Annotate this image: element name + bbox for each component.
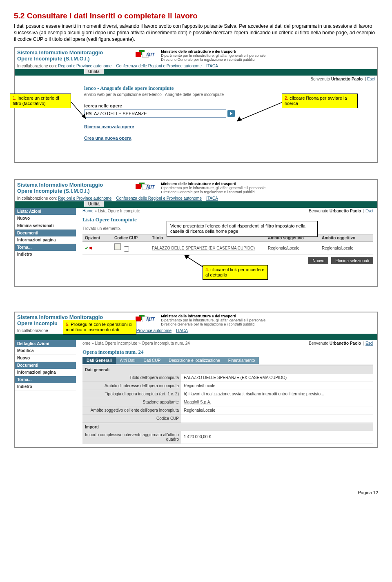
breadcrumb: ome » Lista Opere Incompiute » Opera inc… <box>82 341 190 346</box>
sidebar-item-indietro[interactable]: Indietro <box>15 251 76 258</box>
sidebar-header-actions: Dettaglio: Azioni <box>15 340 76 347</box>
tab-finanziamento[interactable]: Finanziamento <box>224 357 259 364</box>
logout-link[interactable]: Esci <box>365 209 373 213</box>
tab-descrizione[interactable]: Descrizione e localizzazione <box>165 357 224 364</box>
mit-logo-icon: MIT <box>136 314 158 325</box>
mit-logo-icon: MIT <box>136 49 158 60</box>
row-sogg: Regionale/Locale <box>265 241 319 254</box>
section-dati-generali: Dati generali <box>82 366 373 374</box>
collab-link-conferenza[interactable]: Conferenza delle Regioni e Province auto… <box>116 196 202 201</box>
prop-value <box>181 414 373 422</box>
app-title-line2: Opere Incompiute (S.I.M.O.I.) <box>17 188 103 194</box>
row-ogg: Regionale/Locale <box>319 241 373 254</box>
search-input[interactable] <box>84 109 226 118</box>
navbar <box>15 334 377 340</box>
prop-value-link[interactable]: Maggioli S.p.A. <box>184 400 211 404</box>
delete-icon[interactable]: ✖ <box>89 246 92 250</box>
prop-label: Importo complessivo intervento aggiornat… <box>82 431 181 444</box>
collab-link-regioni[interactable]: Regioni e Province autonome <box>58 196 111 201</box>
sidebar-item-nuovo[interactable]: Nuovo <box>15 355 76 362</box>
screenshot-2: Sistema Informativo Monitoraggio Opere I… <box>14 179 378 287</box>
logout-link[interactable]: Esci <box>365 341 373 346</box>
app-title-line1: Sistema Informativo Monitoraggio <box>17 49 103 56</box>
prop-label: Codice CUP <box>82 414 181 422</box>
intro-paragraph: I dati possono essere inseriti in moment… <box>14 23 378 43</box>
properties-table: Titolo dell'opera incompiutaPALAZZO DELL… <box>82 374 373 423</box>
elimina-button[interactable]: Elimina selezionati <box>331 257 373 264</box>
prop-value: PALAZZO DELLE SPERANZE (EX CASERMA CUPID… <box>181 374 373 382</box>
tab-dati-cup[interactable]: Dati CUP <box>140 357 165 364</box>
sidebar-header-torna: Torna... <box>15 376 76 383</box>
page-title: lenco - Anagrafe delle opere incompiute <box>84 85 373 91</box>
table-row: ✔✖ PALAZZO DELLE SPERANZE (EX CASERMA CU… <box>82 241 373 254</box>
section-importi: Importi <box>82 423 373 431</box>
collab-link-conferenza[interactable]: Conferenza delle Regioni e Province auto… <box>116 64 202 68</box>
sidebar-item-info[interactable]: Informazioni pagina <box>15 369 76 376</box>
sidebar-item-info[interactable]: Informazioni pagina <box>15 236 76 244</box>
sidebar-item-nuovo[interactable]: Nuovo <box>15 215 76 222</box>
sidebar-item-elimina[interactable]: Elimina selezionati <box>15 222 76 230</box>
callout-white: Viene presentato l'elenco dei dati rispo… <box>167 221 318 237</box>
tab-dati-generali[interactable]: Dati Generali <box>82 357 116 364</box>
breadcrumb-home[interactable]: Home <box>82 209 94 213</box>
svg-line-2 <box>237 103 282 121</box>
row-title-link[interactable]: PALAZZO DELLE SPERANZE (EX CASERMA CUPID… <box>152 246 255 250</box>
nav-utilita[interactable]: Utilità <box>84 201 104 207</box>
navbar: Utilità <box>15 69 377 76</box>
prop-label: Tipologia di opera incompiuta (art. 1 c.… <box>82 390 181 398</box>
user-line: Benvenuto Urbanetto Paolo | Esci <box>15 76 377 83</box>
page-footer: Pagina 12 <box>0 489 378 495</box>
prop-label: Titolo dell'opera incompiuta <box>82 374 181 382</box>
sidebar-item-indietro[interactable]: Indietro <box>15 383 76 390</box>
prop-label: Stazione appaltante <box>82 398 181 406</box>
th-opzioni: Opzioni <box>82 234 112 241</box>
results-table: Opzioni Codice CUP Titolo Ambito soggett… <box>82 234 373 255</box>
section-heading: 5.2 Consultare i dati inseriti o complet… <box>14 11 378 20</box>
user-line: Benvenuto Urbanetto Paolo | Esci <box>309 341 373 346</box>
prop-label: Ambito soggettivo dell'ente dell'opera i… <box>82 406 181 414</box>
tab-altri-dati[interactable]: Altri Dati <box>116 357 140 364</box>
user-line: Benvenuto Urbanetto Paolo | Esci <box>309 209 373 213</box>
app-title-line2: Opere Incompiute (S.I.M.O.I.) <box>17 56 103 62</box>
sidebar-item-modifica[interactable]: Modifica <box>15 347 76 355</box>
mit-logo-icon: MIT <box>136 182 158 192</box>
prop-value: Regionale/Locale <box>181 406 373 414</box>
nuovo-button[interactable]: Nuovo <box>308 257 328 264</box>
callout-4: 4. cliccare il link per accedere al dett… <box>203 265 268 280</box>
callout-5: 5. Proseguire con le operazioni di modif… <box>63 320 136 334</box>
app-title-line1: Sistema Informativo Monitoraggio <box>17 182 103 188</box>
navbar: Utilità <box>15 201 377 208</box>
sidebar-header-actions: Lista: Azioni <box>15 208 76 215</box>
callout-2: 2. cliccare l'icona per avviare la ricer… <box>282 94 358 108</box>
detail-title: Opera incompiuta num. 24 <box>82 349 373 355</box>
logout-link[interactable]: Esci <box>367 77 375 81</box>
sidebar-header-docs: Documenti <box>15 362 76 369</box>
create-new-link[interactable]: Crea una nuova opera <box>84 136 373 140</box>
prop-label: Ambito di interesse dell'opera incompiut… <box>82 381 181 390</box>
advanced-search-link[interactable]: Ricerca avanzata opere <box>84 124 373 129</box>
collab-link-regioni[interactable]: Regioni e Province autonome <box>58 64 111 68</box>
check-icon[interactable]: ✔ <box>85 246 88 250</box>
export-icon[interactable] <box>114 243 121 250</box>
sidebar-header-docs: Documenti <box>15 230 76 236</box>
prop-value: 1 420 000,00 € <box>181 431 373 444</box>
collab-link-itaca[interactable]: ITACA <box>206 64 218 68</box>
collab-link-itaca[interactable]: ITACA <box>176 328 188 333</box>
th-ogg: Ambito oggettivo <box>319 234 373 241</box>
callout-1: 1. indicare un criterio di filtro (facol… <box>10 94 71 108</box>
row-checkbox[interactable] <box>124 246 129 252</box>
breadcrumb: Home » Lista Opere Incompiute <box>82 209 140 213</box>
prop-value: b) i lavori di realizzazione, avviati, r… <box>181 390 373 398</box>
svg-marker-1 <box>82 114 86 119</box>
collab-link-itaca[interactable]: ITACA <box>206 196 218 201</box>
prop-value: Regionale/Locale <box>181 381 373 390</box>
screenshot-1: Sistema Informativo Monitoraggio Opere I… <box>14 47 378 163</box>
ministry-text: Ministero delle infrastrutture e dei tra… <box>161 182 265 194</box>
ministry-text: Ministero delle infrastrutture e dei tra… <box>161 314 265 326</box>
collaboration-line: In collaborazione con: Regioni e Provinc… <box>15 196 377 201</box>
th-cup: Codice CUP <box>112 234 149 241</box>
svg-marker-5 <box>185 255 189 259</box>
screenshot-3: Sistema Informativo Monitoraggio Opere I… <box>14 312 378 448</box>
nav-utilita[interactable]: Utilità <box>84 69 104 74</box>
search-go-icon[interactable] <box>227 110 235 117</box>
